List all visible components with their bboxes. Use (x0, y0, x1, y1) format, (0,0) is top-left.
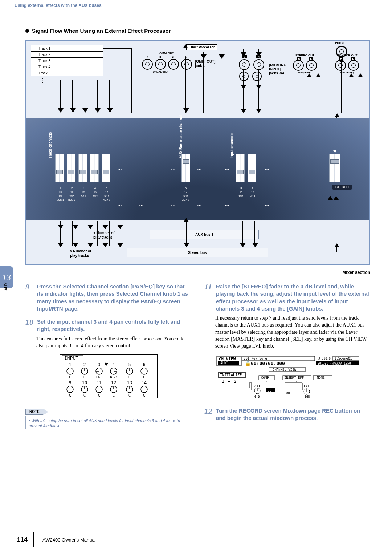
page-number: 114 (17, 536, 28, 544)
svg-text:C: C (128, 375, 131, 380)
svg-text:INSERT EFF: INSERT EFF (284, 376, 304, 380)
svg-text:14: 14 (141, 380, 146, 385)
micline-label: [MIC/LINEINPUT]jacks 3/4 (269, 63, 286, 75)
mixer-panel: Track channels AUX Bus master channel In… (26, 118, 369, 220)
svg-text:AUX1: AUX1 (220, 361, 229, 365)
svg-text:C: C (112, 393, 115, 398)
jack-icon (253, 59, 264, 70)
arrow-down-icon (256, 85, 262, 89)
diagram-heading: Signal Flow When Using an External Effec… (25, 28, 370, 34)
arrow-down-icon (256, 109, 262, 113)
note-body: • With this setup be sure to set all AUX… (25, 416, 191, 429)
svg-text:11: 11 (96, 380, 101, 385)
svg-text:ON: ON (286, 392, 290, 395)
jack-icon (155, 59, 166, 70)
input-lcd-panel: INPUT 123456 ♥ CCL63R63CC (60, 354, 158, 398)
step-11-heading: 11 Raise the [STEREO] fader to the 0-dB … (204, 283, 370, 312)
svg-text:C: C (83, 375, 86, 380)
right-column: 11 Raise the [STEREO] fader to the 0-dB … (204, 283, 370, 429)
track-row: Track 2 (31, 51, 103, 58)
svg-text:EQ: EQ (268, 389, 271, 392)
play-tracks-label-1: x Number ofplay tracks (93, 231, 114, 240)
arrow-down-icon (95, 108, 101, 113)
arrow-down-icon (183, 108, 189, 113)
svg-text:❤: ❤ (228, 379, 230, 384)
arrow-up-icon (307, 73, 312, 77)
left-column: 9 Press the Selected Channel section [PA… (25, 283, 191, 429)
svg-text:INPUT: INPUT (64, 355, 78, 361)
arrow-down-icon (252, 243, 258, 247)
arrow-up-icon (339, 58, 344, 62)
omni-jacks (142, 59, 192, 70)
jack-icon (168, 59, 179, 70)
arrow-up-icon (349, 73, 354, 77)
jack-icon (181, 59, 192, 70)
track-row: Track 3 (31, 57, 103, 64)
omni-out-group: OMNI OUT 4321 (141, 52, 192, 58)
svg-text:5: 5 (128, 362, 131, 367)
svg-text:dB: dB (256, 398, 259, 398)
svg-text:⊥: ⊥ (222, 379, 224, 384)
phones-label: PHONES (335, 41, 347, 45)
arrow-up-icon (334, 196, 339, 200)
arrow-down-icon (107, 108, 113, 113)
chview-lcd-panel: CH VIEW AUX1 001_New_Song 🔒00:00:00.000 … (215, 355, 360, 398)
arrow-down-icon (240, 243, 246, 247)
micline-jacks: 3 4 (239, 55, 264, 70)
jack-icon (142, 59, 153, 70)
footer-divider-icon (33, 532, 34, 547)
line (192, 46, 192, 49)
page-footer: 114 AW2400 Owner's Manual (17, 532, 96, 547)
svg-text:♥: ♥ (105, 361, 108, 367)
arrow-up-icon (335, 113, 340, 117)
track-list: Track 1 Track 2 Track 3 Track 4 Track 5 … (31, 45, 103, 84)
track-channels-label: Track channels (48, 132, 52, 158)
arrow-down-icon (241, 52, 246, 57)
svg-text:C: C (69, 375, 71, 380)
input-channels-label: Input channels (230, 133, 234, 158)
knob-icon (239, 72, 249, 81)
svg-text:ATT: ATT (254, 384, 261, 388)
svg-text:L63: L63 (95, 375, 103, 380)
track-row: Track 5 (31, 70, 103, 76)
track-row: Track 4 (31, 64, 103, 70)
arrow-up-icon (183, 44, 188, 48)
svg-text:C: C (143, 393, 145, 398)
unbal-label: UNBAL(0dB) (151, 70, 170, 73)
signal-flow-diagram: Track 1 Track 2 Track 3 Track 4 Track 5 … (25, 40, 370, 265)
svg-text:13: 13 (127, 380, 132, 385)
svg-text:CHANNEL VIEW: CHANNEL VIEW (273, 368, 297, 372)
svg-text:COMP: COMP (261, 376, 269, 380)
svg-text:0dB: 0dB (305, 395, 310, 398)
aux-master-fader (181, 154, 191, 182)
svg-text:1: 1 (69, 362, 71, 367)
svg-text:10: 10 (82, 380, 87, 385)
svg-text:3: 3 (98, 362, 100, 367)
knob-icon (252, 72, 262, 81)
bullet-icon (25, 29, 29, 33)
track-fader-group (55, 154, 111, 182)
svg-text:001_New_Song: 001_New_Song (244, 357, 267, 360)
omni-out-jack-label: [OMNI OUT]jack 1 (195, 60, 216, 68)
step-10-body: This ensures full stereo effect from the… (36, 335, 191, 349)
arrow-up-icon (328, 196, 333, 200)
svg-text:🔒00:00:00.000: 🔒00:00:00.000 (245, 360, 285, 366)
svg-text:C: C (98, 393, 100, 398)
svg-text:2: 2 (83, 362, 86, 367)
svg-text:•: • (265, 380, 267, 383)
manual-title: AW2400 Owner's Manual (42, 537, 96, 543)
svg-text:C: C (83, 393, 86, 398)
jack-icon (348, 60, 359, 71)
jack-icon (293, 60, 304, 71)
jack-icon (306, 60, 317, 71)
svg-text:6: 6 (143, 362, 145, 367)
svg-text:R63: R63 (110, 375, 117, 380)
chapter-tab-label: AUX (4, 282, 8, 291)
step-9-heading: 9 Press the Selected Channel section [PA… (25, 283, 191, 312)
svg-text:2: 2 (234, 379, 237, 384)
section-title: Using external effects with the AUX buse… (15, 3, 102, 8)
arrow-down-icon (58, 108, 64, 113)
input-fader-group (236, 154, 257, 182)
svg-text:INITIALIZE: INITIALIZE (220, 373, 242, 377)
svg-text:C: C (143, 375, 145, 380)
